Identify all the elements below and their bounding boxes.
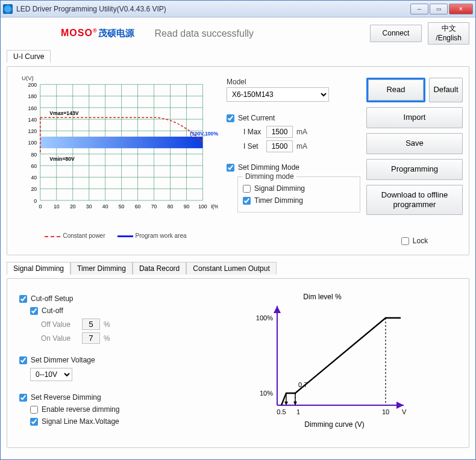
app-icon	[3, 4, 13, 14]
timer-dimming-check[interactable]: Timer Dimming	[243, 196, 355, 205]
svg-text:Vmax=143V: Vmax=143V	[49, 110, 79, 116]
set-dimmer-voltage-check[interactable]: Set Dimmer Voltage	[19, 356, 194, 364]
minimize-button[interactable]: ─	[410, 4, 428, 14]
import-button[interactable]: Import	[366, 107, 463, 128]
svg-text:Vmin=80V: Vmin=80V	[49, 157, 75, 163]
svg-text:90: 90	[184, 204, 190, 210]
svg-text:Dimming curve (V): Dimming curve (V)	[304, 420, 364, 429]
tab-signal-dimming[interactable]: Signal Dimming	[7, 262, 70, 275]
svg-text:200: 200	[28, 82, 37, 88]
language-button[interactable]: 中文 /English	[428, 22, 469, 45]
window-title: LED Driver Programming Utility(V0.4.43.6…	[16, 5, 409, 13]
read-button[interactable]: Read	[368, 79, 424, 101]
svg-text:80: 80	[168, 204, 174, 210]
svg-text:160: 160	[28, 105, 37, 111]
svg-text:60: 60	[31, 163, 37, 169]
svg-text:140: 140	[28, 117, 37, 123]
set-current-check[interactable]: Set Current	[227, 114, 360, 122]
svg-text:100%: 100%	[256, 314, 273, 322]
dimming-curve-chart: Dim level %	[206, 291, 457, 435]
svg-text:20: 20	[31, 187, 37, 193]
imax-input[interactable]	[266, 126, 293, 138]
svg-text:40: 40	[102, 204, 108, 210]
svg-text:(100V,100%): (100V,100%)	[190, 131, 218, 137]
svg-text:40: 40	[31, 175, 37, 181]
svg-text:180: 180	[28, 94, 37, 100]
signal-dimming-check[interactable]: Signal Dimming	[243, 184, 355, 193]
programming-button[interactable]: Programming	[366, 159, 463, 180]
svg-text:0: 0	[39, 204, 42, 210]
cutoff-check[interactable]: Cut-off	[30, 306, 194, 315]
titlebar: LED Driver Programming Utility(V0.4.43.6…	[1, 1, 475, 17]
default-button[interactable]: Default	[429, 78, 463, 102]
svg-text:100: 100	[28, 140, 37, 146]
svg-text:U(V): U(V)	[22, 75, 34, 81]
iset-input[interactable]	[266, 140, 293, 152]
set-dimming-mode-check[interactable]: Set Dimming Mode	[227, 163, 360, 172]
svg-text:0.5: 0.5	[277, 408, 286, 415]
tab-ui-curve[interactable]: U-I Curve	[7, 50, 51, 63]
app-window: LED Driver Programming Utility(V0.4.43.6…	[0, 0, 476, 460]
tab-constant-lumen[interactable]: Constant Lumen Output	[186, 262, 276, 275]
svg-text:10: 10	[382, 408, 389, 415]
set-reverse-dimming-check[interactable]: Set Reverse Dimming	[19, 393, 194, 402]
chart-legend: Constant power Program work area	[13, 232, 218, 239]
save-button[interactable]: Save	[366, 133, 463, 154]
model-label: Model	[227, 78, 360, 86]
signal-line-max-voltage-check[interactable]: Signal Line Max.Voltage	[30, 417, 194, 426]
svg-text:100: 100	[198, 204, 207, 210]
connect-button[interactable]: Connect	[370, 25, 422, 43]
logo: MOSO®茂硕电源	[61, 28, 134, 39]
svg-text:Dim level %: Dim level %	[303, 293, 342, 301]
tab-data-record[interactable]: Data Record	[133, 262, 186, 275]
close-button[interactable]: ✕	[449, 4, 473, 14]
svg-text:V: V	[402, 408, 407, 415]
on-value-input[interactable]	[82, 332, 100, 344]
svg-text:60: 60	[135, 204, 141, 210]
dimmer-voltage-select[interactable]: 0--10V	[30, 368, 72, 381]
svg-text:20: 20	[70, 204, 76, 210]
download-offline-button[interactable]: Download to offline programmer	[366, 185, 463, 216]
enable-reverse-dimming-check[interactable]: Enable reverse dimming	[30, 405, 194, 414]
svg-text:0: 0	[34, 198, 37, 204]
maximize-button[interactable]: ▭	[430, 4, 448, 14]
ui-curve-chart: U(V) 0 20 40 60 80	[13, 73, 218, 249]
status-message: Read data successfully	[155, 28, 364, 39]
svg-rect-46	[40, 137, 203, 148]
svg-text:50: 50	[119, 204, 125, 210]
svg-text:10: 10	[54, 204, 60, 210]
lock-check[interactable]: Lock	[366, 237, 463, 245]
svg-text:I(%): I(%)	[211, 204, 218, 210]
svg-text:120: 120	[28, 128, 37, 134]
model-select[interactable]: X6-150M143	[227, 87, 329, 102]
off-value-input[interactable]	[82, 319, 100, 330]
tab-timer-dimming[interactable]: Timer Dimming	[70, 262, 133, 275]
svg-text:0.7: 0.7	[298, 381, 307, 388]
svg-text:70: 70	[151, 204, 157, 210]
svg-text:1: 1	[296, 408, 300, 415]
svg-text:80: 80	[31, 152, 37, 158]
cutoff-setup-check[interactable]: Cut-off Setup	[19, 294, 194, 303]
svg-text:10%: 10%	[260, 390, 273, 397]
svg-text:30: 30	[86, 204, 92, 210]
